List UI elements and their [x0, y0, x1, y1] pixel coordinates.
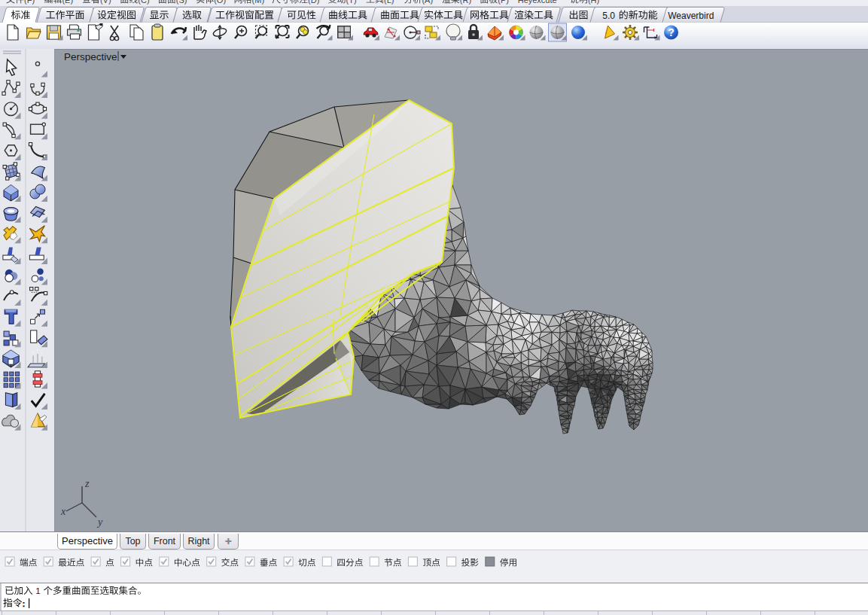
svg-text:(H): (H): [588, 0, 599, 5]
svg-text:y: y: [96, 516, 103, 528]
svg-text:(T): (T): [346, 0, 357, 5]
svg-text:(A): (A): [422, 0, 433, 5]
svg-text:(E): (E): [62, 0, 73, 5]
svg-text:(C): (C): [138, 0, 149, 5]
svg-text:(V): (V): [100, 0, 111, 5]
svg-text:1: 1: [35, 586, 40, 595]
svg-text:(D): (D): [308, 0, 319, 5]
svg-text:?: ?: [668, 26, 675, 38]
svg-text:(L): (L): [384, 0, 394, 5]
svg-text:(F): (F): [24, 0, 35, 5]
svg-text:x: x: [60, 506, 66, 517]
svg-text::: :: [23, 598, 26, 609]
svg-text:Perspective: Perspective: [64, 51, 117, 62]
svg-text:Weaverbird: Weaverbird: [668, 11, 714, 21]
svg-text:(P): (P): [498, 0, 509, 5]
svg-text:(M): (M): [252, 0, 265, 5]
svg-text:(S): (S): [176, 0, 187, 5]
svg-text:(R): (R): [460, 0, 471, 5]
svg-text:5.0: 5.0: [602, 11, 615, 21]
svg-text:(O): (O): [214, 0, 226, 5]
svg-text:z: z: [84, 478, 90, 489]
svg-text:Heyexcute: Heyexcute: [518, 0, 557, 5]
